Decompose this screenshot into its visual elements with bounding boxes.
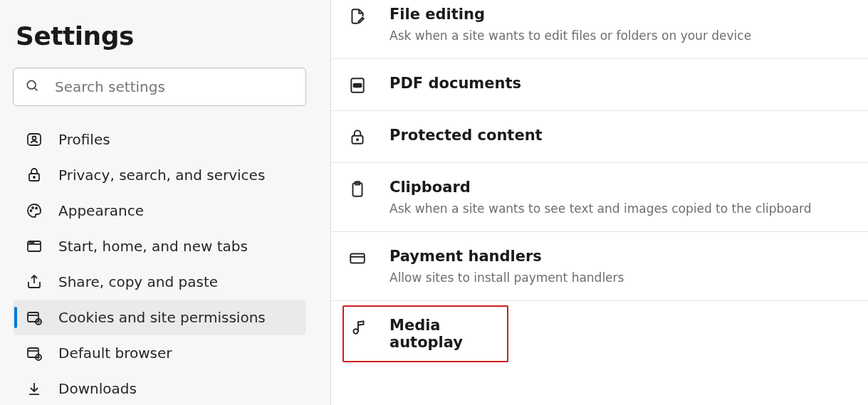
music-note-icon	[350, 318, 368, 337]
row-file-editing[interactable]: File editing Ask when a site wants to ed…	[331, 0, 868, 59]
row-title: File editing	[389, 6, 751, 23]
download-icon	[26, 380, 43, 397]
svg-line-1	[35, 88, 38, 91]
row-title: PDF documents	[389, 75, 521, 92]
sidebar-item-label: Privacy, search, and services	[58, 167, 265, 184]
svg-point-6	[31, 210, 32, 211]
svg-rect-15	[28, 312, 38, 322]
sidebar-item-label: Default browser	[58, 344, 172, 362]
row-title: Media autoplay	[389, 317, 486, 351]
payment-card-icon	[348, 249, 367, 268]
sidebar-item-downloads[interactable]: Downloads	[13, 371, 306, 405]
window-icon	[26, 238, 43, 255]
sidebar-item-label: Appearance	[58, 202, 144, 219]
svg-point-0	[27, 80, 36, 89]
lock-icon	[26, 167, 43, 184]
sidebar-item-label: Share, copy and paste	[58, 273, 218, 290]
row-title: Payment handlers	[389, 248, 624, 265]
svg-point-13	[33, 243, 34, 243]
svg-text:PDF: PDF	[355, 84, 361, 88]
row-subtitle: Ask when a site wants to edit files or f…	[389, 28, 751, 43]
svg-rect-18	[28, 348, 38, 357]
sidebar-item-appearance[interactable]: Appearance	[13, 193, 306, 228]
sidebar-item-label: Downloads	[58, 380, 137, 397]
protected-lock-icon	[348, 128, 367, 147]
sidebar-item-share[interactable]: Share, copy and paste	[13, 264, 306, 300]
row-subtitle: Allow sites to install payment handlers	[389, 270, 624, 285]
sidebar-item-label: Start, home, and new tabs	[58, 238, 248, 255]
row-title: Protected content	[389, 127, 543, 144]
svg-point-27	[357, 139, 358, 140]
search-icon	[25, 78, 39, 95]
svg-point-11	[30, 243, 31, 243]
row-payment-handlers[interactable]: Payment handlers Allow sites to install …	[331, 232, 868, 301]
row-subtitle: Ask when a site wants to see text and im…	[389, 201, 812, 216]
sidebar-item-start[interactable]: Start, home, and new tabs	[13, 228, 306, 264]
svg-rect-30	[350, 254, 365, 263]
settings-sidebar: Settings Profiles Privacy, search, and s…	[0, 0, 331, 405]
svg-point-7	[32, 207, 33, 209]
sidebar-item-label: Profiles	[58, 131, 110, 148]
search-settings-field[interactable]	[13, 68, 306, 106]
permissions-list: File editing Ask when a site wants to ed…	[331, 0, 868, 405]
sidebar-item-profiles[interactable]: Profiles	[13, 122, 306, 157]
page-title: Settings	[16, 21, 312, 51]
row-media-autoplay[interactable]: Media autoplay	[343, 305, 508, 362]
settings-nav: Profiles Privacy, search, and services A…	[13, 122, 306, 405]
sidebar-item-privacy[interactable]: Privacy, search, and services	[13, 157, 306, 193]
row-title: Clipboard	[389, 179, 812, 196]
pdf-icon: PDF	[348, 76, 367, 95]
cookies-gear-icon	[26, 309, 43, 326]
sidebar-divider	[330, 0, 331, 405]
file-edit-icon	[348, 7, 367, 26]
sidebar-item-cookies[interactable]: Cookies and site permissions	[13, 300, 306, 335]
sidebar-item-label: Cookies and site permissions	[58, 309, 266, 326]
svg-point-5	[33, 177, 35, 178]
svg-point-3	[33, 137, 36, 140]
clipboard-icon	[348, 180, 367, 199]
svg-point-32	[353, 329, 358, 334]
palette-icon	[26, 202, 43, 219]
row-clipboard[interactable]: Clipboard Ask when a site wants to see t…	[331, 163, 868, 232]
profiles-icon	[26, 131, 43, 148]
svg-point-8	[36, 208, 37, 209]
share-icon	[26, 273, 43, 290]
sidebar-item-default-browser[interactable]: Default browser	[13, 335, 306, 371]
svg-point-12	[31, 243, 32, 243]
row-pdf-documents[interactable]: PDF PDF documents	[331, 59, 868, 111]
row-protected-content[interactable]: Protected content	[331, 111, 868, 163]
search-input[interactable]	[55, 78, 294, 95]
browser-check-icon	[26, 344, 43, 362]
